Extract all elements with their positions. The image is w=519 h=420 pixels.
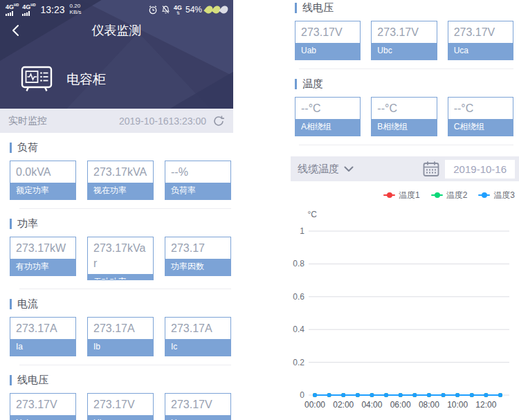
metric-value: 273.17V xyxy=(165,394,230,415)
nav-bar: 仪表监测 xyxy=(0,21,233,40)
metric-value: 273.17V xyxy=(88,394,153,415)
metric-value: 273.17A xyxy=(10,318,75,339)
metric-value: 273.17A xyxy=(88,318,153,339)
section-current: 电流 273.17A Ia 273.17A Ib 273.17A Ic xyxy=(0,289,233,365)
svg-text:0.2: 0.2 xyxy=(293,358,304,367)
metric-card: 273.17V Uca xyxy=(165,393,231,420)
legend-item[interactable]: 温度1 xyxy=(383,190,420,201)
cable-temperature-selector-bar: 线缆温度 2019-10-16 xyxy=(291,156,519,181)
metric-value: 273.17 xyxy=(165,237,230,259)
metric-value: 0.0kVA xyxy=(10,161,75,183)
metric-label: Uca xyxy=(448,43,513,60)
legend-label: 温度1 xyxy=(399,190,420,201)
chevron-down-icon xyxy=(344,166,354,172)
metric-card: --°C A相绕组 xyxy=(295,97,361,136)
chart-legend: 温度1温度2温度3 xyxy=(291,190,519,201)
svg-text:0.8: 0.8 xyxy=(293,259,304,268)
svg-text:°C: °C xyxy=(308,210,318,219)
right-panel: 线电压 273.17V Uab 273.17V Ubc 273.17V Uca xyxy=(291,0,519,420)
svg-text:08:00: 08:00 xyxy=(419,400,439,410)
metric-card: 273.17A Ic xyxy=(165,317,231,356)
metric-label: Ic xyxy=(165,339,230,356)
metric-label: Ubc xyxy=(88,415,153,420)
battery-icon xyxy=(206,6,228,14)
metric-label: B相绕组 xyxy=(372,119,436,136)
section-title: 线电压 xyxy=(295,1,513,15)
legend-marker-icon xyxy=(478,192,490,198)
metric-value: 273.17kVA xyxy=(88,161,153,183)
cable-temperature-dropdown[interactable]: 线缆温度 xyxy=(298,163,354,176)
network-speed: 0.20 KB/s xyxy=(70,3,82,16)
metric-label: A相绕组 xyxy=(295,119,360,136)
metric-value: 273.17V xyxy=(295,21,360,43)
alarm-clock-icon xyxy=(148,5,158,15)
monitor-timestamp: 2019-10-1613:23:00 xyxy=(119,116,206,127)
svg-text:04:00: 04:00 xyxy=(361,400,382,410)
metric-value: --°C xyxy=(448,98,513,119)
metric-value: 273.17V xyxy=(372,21,436,43)
metric-label: C相绕组 xyxy=(448,119,513,136)
title-accent-bar xyxy=(10,219,12,229)
meter-icon xyxy=(19,61,54,98)
metric-card: --°C C相绕组 xyxy=(448,97,513,136)
section-divider xyxy=(299,145,513,145)
legend-item[interactable]: 温度3 xyxy=(478,190,515,201)
metric-value: 273.17V xyxy=(448,21,513,43)
realtime-monitor-bar: 实时监控 2019-10-1613:23:00 xyxy=(0,109,233,133)
title-accent-bar xyxy=(10,375,12,385)
page-title: 仪表监测 xyxy=(0,22,233,39)
legend-marker-icon xyxy=(431,192,443,198)
network-signal-icon: 4GHD xyxy=(22,3,35,16)
section-title: 功率 xyxy=(10,217,231,230)
metric-value: --°C xyxy=(372,98,436,119)
legend-marker-icon xyxy=(383,192,395,198)
section-title: 负荷 xyxy=(10,141,231,154)
temperature-chart: °C00.20.40.60.8100:0002:0004:0006:0008:0… xyxy=(291,202,519,416)
mobile-data-icon: 4G ⇅ xyxy=(174,5,182,15)
metric-value: 273.17A xyxy=(165,318,230,339)
section-title: 电流 xyxy=(10,298,231,311)
network-signal-icon: 4GHD xyxy=(6,3,19,16)
metric-value: --°C xyxy=(295,98,360,119)
metric-card: 273.17V Uca xyxy=(448,21,513,60)
calendar-icon[interactable] xyxy=(422,161,440,177)
title-accent-bar xyxy=(10,299,12,309)
legend-item[interactable]: 温度2 xyxy=(431,190,468,201)
refresh-icon[interactable] xyxy=(212,115,225,127)
title-accent-bar xyxy=(295,3,297,13)
metric-card: 273.17A Ia xyxy=(10,317,76,356)
device-row: 电容柜 xyxy=(19,61,106,98)
section-title: 线电压 xyxy=(10,374,231,387)
left-panel: 4GHD 4GHD 13:23 0.20 KB/s xyxy=(0,0,233,420)
svg-text:06:00: 06:00 xyxy=(390,400,411,410)
legend-label: 温度3 xyxy=(493,190,515,201)
status-time: 13:23 xyxy=(41,4,65,15)
metric-card: --% 负荷率 xyxy=(165,161,231,200)
app-screenshot: 4GHD 4GHD 13:23 0.20 KB/s xyxy=(0,0,519,420)
status-bar: 4GHD 4GHD 13:23 0.20 KB/s xyxy=(6,2,228,17)
metric-card: 273.17kVar 无功功率 xyxy=(87,237,154,280)
metric-label: Uab xyxy=(295,43,360,60)
svg-text:10:00: 10:00 xyxy=(447,400,468,410)
metric-label: 负荷率 xyxy=(165,183,230,199)
metric-value: --% xyxy=(165,161,230,183)
metric-value: 273.17kW xyxy=(10,237,75,259)
app-header: 4GHD 4GHD 13:23 0.20 KB/s xyxy=(0,0,233,109)
svg-text:00:00: 00:00 xyxy=(304,400,325,410)
section-temperature: 温度 --°C A相绕组 --°C B相绕组 --°C C相绕组 xyxy=(291,69,519,145)
metric-value: 273.17kVar xyxy=(88,237,153,274)
metric-card: 273.17V Ubc xyxy=(87,393,154,420)
section-load: 负荷 0.0kVA 额定功率 273.17kVA 视在功率 --% 负荷率 xyxy=(0,133,233,209)
metric-label: 功率因数 xyxy=(165,259,230,275)
metric-card: 273.17V Uab xyxy=(295,21,361,60)
battery-percent: 54% xyxy=(185,5,202,15)
date-input[interactable]: 2019-10-16 xyxy=(445,160,515,179)
metric-label: Uab xyxy=(10,415,75,420)
legend-label: 温度2 xyxy=(446,190,468,201)
metric-label: Ib xyxy=(88,339,153,356)
monitor-label: 实时监控 xyxy=(8,115,119,127)
svg-text:0.4: 0.4 xyxy=(293,325,304,334)
metric-card: 273.17V Uab xyxy=(10,393,76,420)
metric-card: 273.17V Ubc xyxy=(371,21,437,60)
section-title: 温度 xyxy=(295,77,513,91)
